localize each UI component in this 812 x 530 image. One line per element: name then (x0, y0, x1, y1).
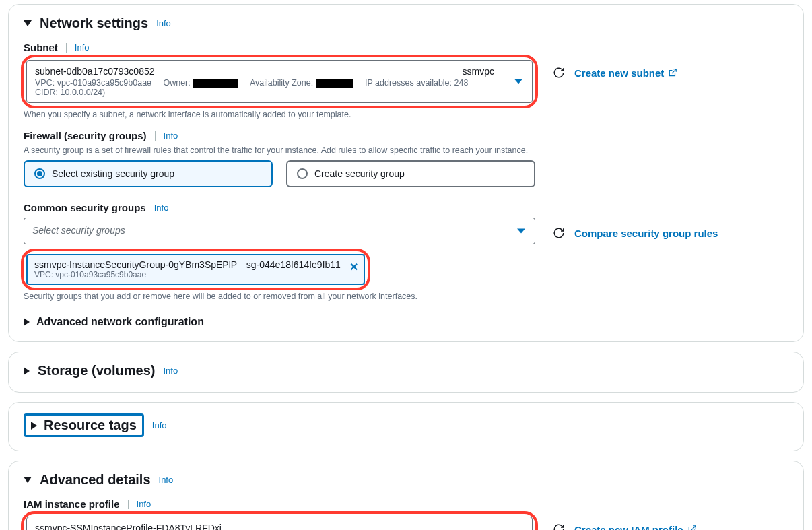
info-link[interactable]: Info (164, 131, 178, 141)
divider (155, 131, 156, 141)
radio-label: Create security group (314, 168, 405, 179)
caret-down-icon (24, 20, 32, 26)
firewall-helper: A security group is a set of firewall ru… (24, 145, 788, 155)
resource-tags-title: Resource tags (44, 418, 137, 433)
iam-label: IAM instance profile (24, 498, 120, 510)
iam-highlight: ssmvpc-SSMInstanceProfile-FDA8TyLRFDxi a… (21, 511, 538, 530)
subnet-id: subnet-0db0a17c0793c0852 (35, 66, 155, 77)
az-prefix: Availability Zone: (250, 78, 316, 88)
resource-tags-header[interactable]: Resource tags Info (24, 413, 788, 437)
cidr-prefix: CIDR: (35, 88, 61, 97)
subnet-details: VPC: vpc-010a93ca95c9b0aae Owner: Availa… (35, 78, 508, 97)
radio-icon (297, 168, 308, 179)
owner-prefix: Owner: (163, 78, 193, 88)
iam-label-row: IAM instance profile Info (24, 498, 788, 510)
subnet-label-row: Subnet Info (24, 42, 788, 53)
vpc-prefix: VPC: (35, 78, 57, 88)
sg-chip: ssmvpc-InstanceSecurityGroup-0gYBm3SpEPl… (26, 254, 365, 285)
compare-sg-link[interactable]: Compare security group rules (574, 228, 718, 239)
redacted-owner (193, 79, 238, 88)
advanced-network-toggle[interactable]: Advanced network configuration (24, 316, 788, 328)
resource-tags-panel: Resource tags Info (8, 402, 804, 451)
common-sg-label: Common security groups (24, 202, 146, 213)
info-link[interactable]: Info (154, 203, 169, 213)
caret-right-icon (31, 422, 37, 430)
storage-header[interactable]: Storage (volumes) Info (24, 363, 788, 378)
info-link[interactable]: Info (137, 499, 151, 509)
firewall-label: Firewall (security groups) (24, 130, 147, 141)
subnet-select[interactable]: subnet-0db0a17c0793c0852 ssmvpc VPC: vpc… (26, 60, 533, 103)
refresh-icon[interactable] (553, 523, 565, 530)
caret-right-icon (24, 367, 30, 375)
advanced-details-header[interactable]: Advanced details Info (24, 472, 788, 488)
subnet-helper: When you specify a subnet, a network int… (24, 110, 788, 119)
sg-vpc: VPC: vpc-010a93ca95c9b0aae (34, 270, 341, 279)
refresh-icon[interactable] (553, 227, 565, 239)
resource-tags-highlight: Resource tags (24, 413, 144, 437)
caret-down-icon (24, 477, 32, 483)
common-sg-helper: Security groups that you add or remove h… (24, 292, 535, 301)
iam-profile-select[interactable]: ssmvpc-SSMInstanceProfile-FDA8TyLRFDxi a… (26, 517, 533, 530)
create-subnet-link[interactable]: Create new subnet (574, 67, 677, 79)
radio-create-sg[interactable]: Create security group (286, 160, 535, 187)
ip-avail-prefix: IP addresses available: (365, 78, 454, 88)
sg-id: sg-044e18f614fe9fb11 (246, 259, 341, 270)
info-link[interactable]: Info (163, 366, 178, 376)
chevron-down-icon (517, 229, 525, 234)
cidr: 10.0.0.0/24) (61, 88, 106, 97)
radio-existing-sg[interactable]: Select existing security group (24, 160, 273, 187)
create-iam-link[interactable]: Create new IAM profile (574, 524, 697, 531)
subnet-label: Subnet (24, 42, 58, 53)
create-subnet-text: Create new subnet (574, 67, 664, 79)
radio-icon (34, 168, 45, 179)
external-link-icon (687, 525, 697, 530)
vpc-id: vpc-010a93ca95c9b0aae (57, 78, 151, 88)
iam-profile-name: ssmvpc-SSMInstanceProfile-FDA8TyLRFDxi (35, 523, 508, 530)
redacted-az (316, 79, 353, 88)
info-link[interactable]: Info (152, 420, 167, 430)
advanced-details-panel: Advanced details Info IAM instance profi… (8, 461, 804, 530)
external-link-icon (668, 68, 677, 77)
network-settings-header[interactable]: Network settings Info (24, 15, 788, 31)
divider (128, 500, 129, 509)
advanced-network-label: Advanced network configuration (36, 316, 204, 328)
network-settings-panel: Network settings Info Subnet Info subnet… (8, 4, 804, 342)
sg-chip-highlight: ssmvpc-InstanceSecurityGroup-0gYBm3SpEPl… (21, 249, 370, 290)
firewall-label-row: Firewall (security groups) Info (24, 130, 788, 141)
subnet-highlight: subnet-0db0a17c0793c0852 ssmvpc VPC: vpc… (21, 55, 538, 108)
common-sg-placeholder: Select security groups (32, 225, 125, 236)
refresh-icon[interactable] (553, 67, 565, 79)
caret-right-icon (24, 318, 30, 326)
storage-panel: Storage (volumes) Info (8, 352, 804, 393)
network-settings-title: Network settings (40, 15, 148, 31)
info-link[interactable]: Info (75, 42, 90, 53)
advanced-details-title: Advanced details (40, 472, 151, 488)
chevron-down-icon (514, 79, 522, 84)
close-icon[interactable]: ✕ (349, 261, 358, 273)
storage-title: Storage (volumes) (38, 363, 155, 378)
info-link[interactable]: Info (156, 18, 171, 28)
sg-name: ssmvpc-InstanceSecurityGroup-0gYBm3SpEPl… (34, 259, 237, 270)
ip-avail: 248 (454, 78, 469, 88)
divider (66, 43, 67, 53)
info-link[interactable]: Info (159, 475, 174, 485)
create-iam-text: Create new IAM profile (574, 524, 683, 531)
common-sg-select[interactable]: Select security groups (24, 218, 535, 244)
common-sg-label-row: Common security groups Info (24, 202, 788, 213)
subnet-nickname: ssmvpc (463, 66, 494, 77)
radio-label: Select existing security group (52, 168, 174, 179)
